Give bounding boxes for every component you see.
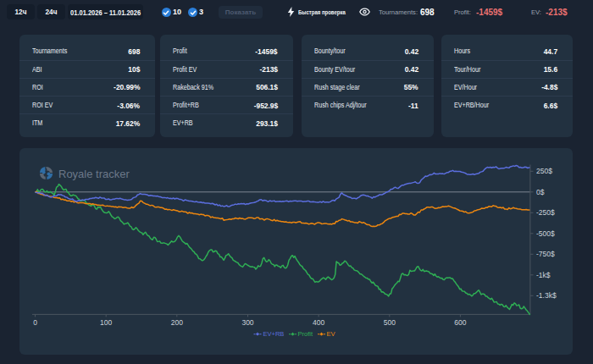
svg-text:Royale tracker: Royale tracker <box>58 168 130 180</box>
svg-text:400: 400 <box>313 318 324 327</box>
svg-text:600: 600 <box>454 318 466 327</box>
svg-text:-750$: -750$ <box>536 250 555 258</box>
svg-text:0: 0 <box>33 318 37 327</box>
svg-text:500: 500 <box>384 318 396 327</box>
svg-text:300: 300 <box>241 318 253 327</box>
svg-text:-1.3k$: -1.3k$ <box>536 291 557 300</box>
svg-text:EV: EV <box>327 330 335 338</box>
svg-text:Profit: Profit <box>298 330 313 338</box>
svg-text:250$: 250$ <box>536 167 552 175</box>
svg-text:200: 200 <box>171 318 183 327</box>
svg-text:-500$: -500$ <box>536 229 555 238</box>
svg-text:0$: 0$ <box>536 188 545 196</box>
svg-text:100: 100 <box>100 318 112 327</box>
svg-text:-1k$: -1k$ <box>536 271 551 279</box>
svg-text:-250$: -250$ <box>536 208 555 217</box>
svg-text:EV+RB: EV+RB <box>263 330 285 338</box>
